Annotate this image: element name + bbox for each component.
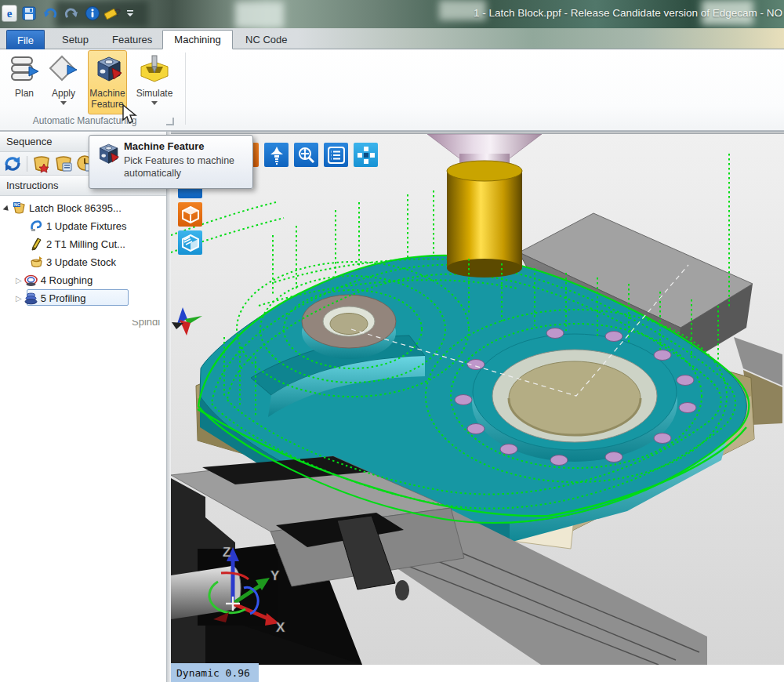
stock-scroll-icon — [30, 256, 43, 269]
collapsed-caret-icon[interactable]: ▷ — [16, 294, 22, 303]
list-icon[interactable] — [324, 143, 348, 167]
edgecam-window: e ? 1 - Latch Block.ppf - Release Candid… — [0, 0, 784, 682]
sequence-star-icon[interactable] — [32, 154, 51, 173]
machine-feature-icon — [92, 54, 123, 85]
tree-item-latch-block[interactable]: NC Latch Block 86395... — [0, 199, 166, 217]
tab-setup[interactable]: Setup — [52, 30, 99, 49]
tab-machining[interactable]: Machining — [162, 30, 233, 49]
ribbon-tab-row: File Setup Features Machining NC Code — [0, 28, 784, 49]
info-icon[interactable] — [83, 4, 102, 23]
measure-help-icon[interactable]: ? — [104, 4, 123, 23]
svg-text:NC: NC — [14, 202, 20, 207]
group-dialog-launcher-icon[interactable] — [166, 118, 174, 125]
profiling-icon — [24, 292, 38, 305]
axis-label-z: Z — [223, 545, 230, 560]
feature-cube-icon[interactable] — [178, 230, 202, 255]
tree-item-update-stock[interactable]: 3 Update Stock — [0, 253, 166, 271]
counterbore-feature — [472, 334, 677, 462]
customize-caret-icon[interactable] — [125, 4, 135, 23]
ribbon: Plan Apply Machine Feature Simulate Auto — [0, 49, 784, 132]
spindle-icon[interactable] — [264, 143, 289, 167]
instructions-tree: NC Latch Block 86395... 1 Update Fixture… — [0, 196, 166, 307]
dynamic-status-chip: Dynamic 0.96 — [171, 663, 259, 682]
save-icon[interactable] — [20, 4, 38, 23]
tree-item-milling-cutter[interactable]: 2 T1 Milling Cut... — [0, 235, 166, 253]
layout-icon[interactable] — [354, 143, 378, 167]
viewport-toolbar — [249, 143, 378, 167]
axis-label-x: X — [276, 620, 285, 635]
svg-text:?: ? — [114, 6, 122, 19]
collapsed-caret-icon[interactable]: ▷ — [16, 276, 22, 285]
tree-item-update-fixtures[interactable]: 1 Update Fixtures — [0, 217, 166, 235]
cylindrical-boss — [302, 295, 396, 359]
tab-features[interactable]: Features — [102, 30, 162, 49]
toolbar-separator — [27, 156, 27, 172]
stock-cube-icon[interactable] — [178, 202, 202, 227]
quick-access-toolbar: e ? — [2, 2, 135, 24]
redo-icon[interactable] — [62, 4, 81, 23]
simulate-icon — [139, 54, 170, 85]
zoom-icon[interactable] — [294, 143, 318, 167]
machine-feature-icon — [95, 142, 120, 167]
axis-label-y: Y — [270, 568, 280, 583]
fixture-icon — [30, 219, 43, 233]
window-title: 1 - Latch Block.ppf - Release Candidate … — [296, 7, 782, 19]
tree-item-roughing[interactable]: ▷ 4 Roughing — [0, 271, 166, 289]
nc-scroll-icon: NC — [13, 201, 26, 215]
tab-nc-code[interactable]: NC Code — [235, 30, 297, 49]
milling-cutter-icon — [30, 238, 43, 251]
expanded-caret-icon[interactable] — [3, 205, 13, 215]
tree-item-profiling[interactable]: ▷ 5 Profiling — [0, 289, 166, 307]
mouse-cursor — [122, 104, 139, 125]
edgecam-logo[interactable]: e — [2, 5, 17, 22]
plan-button[interactable]: Plan — [6, 50, 42, 114]
plan-icon — [9, 54, 40, 85]
apply-button[interactable]: Apply — [44, 50, 83, 114]
group-separator — [185, 53, 186, 125]
3d-viewport-scene[interactable]: Z Y X — [171, 134, 784, 665]
roughing-icon — [24, 274, 38, 287]
title-bar: e ? 1 - Latch Block.ppf - Release Candid… — [0, 0, 784, 28]
apply-icon — [48, 54, 79, 85]
sequence-panel: Sequence Instru — [0, 132, 167, 682]
sequence-list-icon[interactable] — [54, 154, 73, 173]
machine-feature-tooltip: Machine Feature Pick Features to machine… — [89, 135, 253, 189]
undo-icon[interactable] — [41, 4, 60, 23]
apply-dropdown-caret[interactable] — [60, 101, 67, 108]
refresh-icon[interactable] — [3, 154, 22, 173]
simulate-dropdown-caret[interactable] — [151, 101, 158, 108]
graphics-viewport[interactable]: Z Y X — [171, 132, 784, 665]
tab-file[interactable]: File — [6, 30, 45, 49]
ribbon-group-label: Automatic Manufacturing — [0, 115, 169, 126]
